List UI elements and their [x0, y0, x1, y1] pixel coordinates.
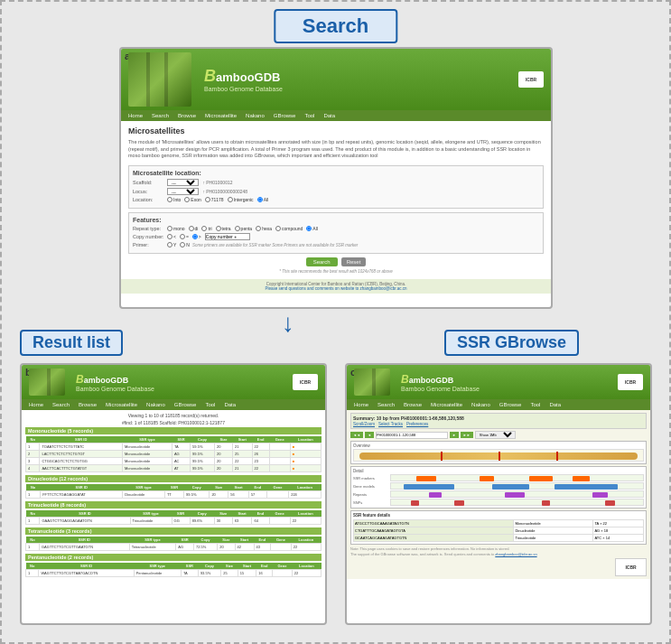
radio-primer-n-input[interactable]	[180, 242, 185, 247]
nav-tool-c[interactable]: Tool	[527, 401, 544, 408]
nav-home-b[interactable]: Home	[25, 401, 47, 408]
radio-all-repeat-input[interactable]	[306, 226, 312, 231]
scaffold-link[interactable]: ↑ PH01000012	[201, 180, 232, 185]
nav-search-a[interactable]: Search	[148, 112, 172, 119]
th-location: Location	[290, 436, 321, 443]
bamboo-header-c: BambooGDB Bamboo Genome Database ICBR	[347, 365, 650, 399]
nav-nakano-b[interactable]: Nakano	[143, 401, 169, 408]
nav-tool-b[interactable]: Tool	[201, 401, 219, 408]
gbrowse-link-scroll[interactable]: Scroll/Zoom	[353, 422, 375, 426]
nav-home-c[interactable]: Home	[350, 401, 372, 408]
gbrowse-right-small-btn[interactable]: ►	[450, 432, 459, 438]
nav-browse-c[interactable]: Browse	[400, 401, 425, 408]
track-label-snp: SNPs	[353, 500, 389, 505]
locus-select[interactable]: ---	[167, 188, 199, 195]
gbrowse-right-btn[interactable]: ►►	[461, 432, 473, 438]
nav-gbrowse-a[interactable]: GBrowse	[270, 112, 300, 119]
radio-di-label: di	[195, 226, 199, 231]
radio-eq-input[interactable]	[180, 234, 185, 239]
radio-primer-y-input[interactable]	[167, 242, 172, 247]
result-section-4: Tetranucleotide (3 records)	[25, 527, 322, 535]
gbrowse-left-small-btn[interactable]: ◄	[365, 432, 374, 438]
nav-microsatellite-c[interactable]: Microsatellite	[427, 401, 466, 408]
radio-intro-input[interactable]	[167, 197, 172, 202]
gbrowse-detail-label: Detail	[353, 469, 644, 473]
th-ssr: SSR	[172, 436, 190, 443]
bamboo-image-a	[128, 52, 191, 107]
gbrowse-track-row-2: Gene models	[353, 482, 644, 490]
radio-di-input[interactable]	[189, 226, 194, 231]
bamboo-nav-b: Home Search Browse Microsatellite Nakano…	[22, 399, 325, 410]
radio-intergenic-input[interactable]	[228, 197, 233, 202]
radio-intro-label: Into	[173, 197, 181, 202]
nav-search-c[interactable]: Search	[374, 401, 398, 408]
nav-tool-a[interactable]: Tool	[301, 112, 318, 119]
nav-nakano-a[interactable]: Nakano	[242, 112, 268, 119]
radio-mono-input[interactable]	[167, 226, 172, 231]
gbrowse-overview-track: Overview	[350, 441, 647, 464]
radio-primer-y-label: Y	[173, 242, 176, 247]
result-content-b: Viewing 1 to 10 of 118185 record(s) retu…	[22, 410, 325, 580]
th-copy: Copy	[191, 436, 215, 443]
gbrowse-track-row-1: SSR markers	[353, 474, 644, 481]
locus-link[interactable]: ↑ PH01000000000248	[201, 189, 247, 194]
nav-microsatellite-b[interactable]: Microsatellite	[102, 401, 141, 408]
ssr-track-item-1	[416, 476, 436, 481]
gbrowse-zoom-select[interactable]: Show 1Mb Show 500kb	[475, 431, 516, 439]
copy-number-input[interactable]	[205, 233, 250, 240]
ssr-track-item-2	[480, 476, 495, 481]
result-table-4: NoSSR IDSSR type SSRCopySize StartEndGen…	[25, 537, 322, 551]
snp-track-4	[605, 500, 615, 506]
scaffold-row: Scaffold: --- ↑ PH01000012	[133, 179, 539, 186]
gbrowse-feature-table: ATGCCTTGGCAAAGATAGTGTN Mononucleotide TA…	[353, 519, 644, 542]
ssr-marker-3	[556, 452, 558, 461]
nav-nakano-c[interactable]: Nakano	[468, 401, 494, 408]
scaffold-select[interactable]: ---	[167, 179, 199, 186]
radio-utr-input[interactable]	[205, 197, 210, 202]
footer-email-a[interactable]: Please send questions and comments on we…	[124, 286, 548, 291]
repeat-track-1	[429, 492, 442, 498]
nav-data-b[interactable]: Data	[220, 401, 239, 408]
radio-penta-input[interactable]	[235, 226, 240, 231]
search-button[interactable]: Search	[306, 257, 338, 266]
th-ssr-type: SSR type	[122, 436, 172, 443]
nav-browse-b[interactable]: Browse	[75, 401, 100, 408]
gbrowse-location-input[interactable]	[376, 432, 448, 439]
reset-button[interactable]: Reset	[341, 257, 367, 266]
radio-tri-input[interactable]	[201, 226, 207, 231]
icbr-logo-a: ICBR	[518, 71, 544, 88]
gbrowse-link-prefs[interactable]: Preferences	[406, 422, 428, 426]
nav-data-c[interactable]: Data	[545, 401, 564, 408]
repeat-track-2	[505, 492, 525, 498]
track-gene-bar	[390, 482, 644, 490]
repeat-type-row: Repeat type: mono di tri	[133, 226, 539, 231]
radio-compound-input[interactable]	[275, 226, 281, 231]
nav-browse-a[interactable]: Browse	[174, 112, 200, 119]
nav-home-a[interactable]: Home	[125, 112, 146, 119]
radio-eq-label: =	[186, 234, 189, 239]
radio-gt-input[interactable]	[192, 234, 198, 239]
gbrowse-overview-label: Overview	[353, 443, 644, 448]
result-section-5: Pentanucleotide (2 records)	[25, 554, 322, 561]
nav-microsatellite-a[interactable]: Microsatellite	[201, 112, 240, 119]
radio-lt-input[interactable]	[167, 234, 172, 239]
gbrowse-link-tracks[interactable]: Select Tracks	[378, 422, 403, 426]
radio-tetra-input[interactable]	[216, 226, 221, 231]
nav-gbrowse-b[interactable]: GBrowse	[171, 401, 200, 408]
radio-hexa-input[interactable]	[256, 226, 261, 231]
nav-data-a[interactable]: Data	[320, 112, 339, 119]
nav-search-b[interactable]: Search	[49, 401, 73, 408]
radio-exon-input[interactable]	[184, 197, 190, 202]
nav-gbrowse-c[interactable]: GBrowse	[496, 401, 526, 408]
ssr-track-item-4	[573, 476, 591, 481]
gbrowse-left-btn[interactable]: ◄◄	[350, 432, 363, 438]
gene-track-1	[404, 484, 454, 490]
bamboo-logo-a: BambooGDB	[204, 67, 283, 86]
track-repeat-bar	[390, 490, 644, 498]
gbrowse-summary: Summary: 10 bp from PH01000001:1-66,586,…	[350, 413, 647, 429]
radio-all-input[interactable]	[257, 197, 263, 202]
panel-c: c) BambooGDB Bamboo Genome Database ICBR…	[345, 363, 652, 625]
icbr-logo-b: ICBR	[293, 374, 318, 390]
gbrowse-email-link[interactable]: zhangbamboo@icbr.ac.cn	[495, 552, 536, 556]
radio-mono-label: mono	[173, 226, 185, 231]
